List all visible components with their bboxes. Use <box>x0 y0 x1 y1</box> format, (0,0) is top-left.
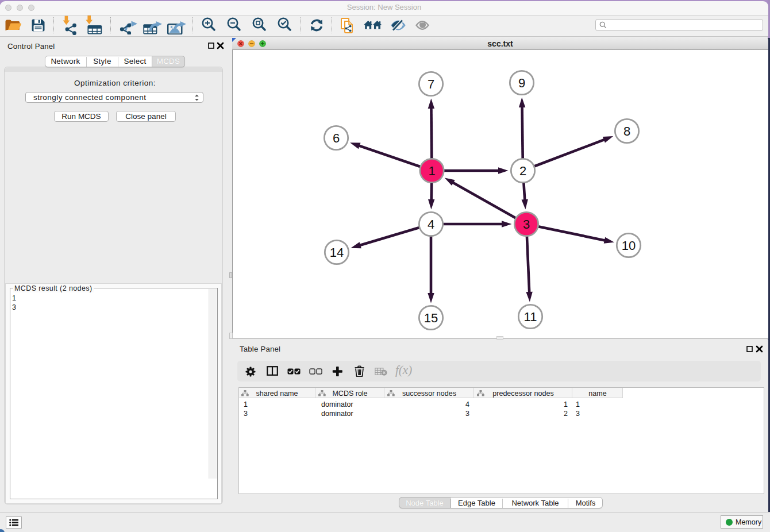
svg-text:2: 2 <box>519 164 526 178</box>
svg-text:6: 6 <box>333 131 340 145</box>
svg-text:4: 4 <box>428 217 434 232</box>
svg-text:1: 1 <box>428 164 435 178</box>
svg-text:9: 9 <box>518 76 525 90</box>
svg-text:10: 10 <box>622 238 636 253</box>
svg-text:3: 3 <box>523 217 530 232</box>
svg-text:14: 14 <box>330 245 344 260</box>
svg-text:11: 11 <box>524 310 537 324</box>
svg-text:15: 15 <box>424 311 438 325</box>
svg-text:7: 7 <box>428 77 434 91</box>
svg-text:8: 8 <box>623 124 630 138</box>
